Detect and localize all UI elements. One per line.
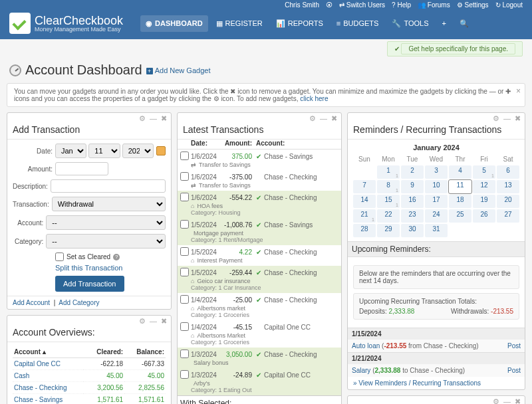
date-month-select[interactable]: Jan — [55, 144, 86, 158]
row-checkbox[interactable] — [180, 350, 189, 358]
calendar-day[interactable]: 22 — [377, 209, 400, 223]
gear-icon[interactable]: ⚙ — [493, 397, 499, 404]
calendar-day[interactable]: 24 — [425, 209, 448, 223]
nav-dashboard[interactable]: ◉DASHBOARD — [140, 15, 208, 32]
check-icon: ✔ — [256, 351, 264, 358]
date-day-select[interactable]: 11 — [88, 144, 120, 158]
row-checkbox[interactable] — [180, 152, 189, 160]
calendar-day[interactable]: 9 — [401, 180, 424, 193]
row-checkbox[interactable] — [180, 247, 189, 256]
add-account-link[interactable]: Add Account — [13, 299, 50, 306]
post-link[interactable]: Post — [507, 367, 521, 374]
calendar-day[interactable]: 8 — [377, 180, 400, 193]
close-icon[interactable]: ✖ — [515, 114, 521, 123]
calendar-day[interactable]: 1 — [377, 165, 400, 179]
account-link[interactable]: Chase - Savings — [14, 396, 63, 403]
reminder-name-link[interactable]: Auto loan — [352, 342, 380, 350]
calendar-day[interactable]: 11 — [449, 180, 471, 193]
calendar-day[interactable]: 4 — [449, 165, 471, 179]
nav-tools[interactable]: 🔧TOOLS — [386, 15, 434, 32]
calendar-day[interactable]: 28 — [353, 224, 376, 237]
reminder-name-link[interactable]: Salary — [352, 367, 370, 374]
calendar-day[interactable]: 15 — [377, 195, 400, 208]
row-checkbox[interactable] — [180, 193, 189, 201]
logout-link[interactable]: ↻ Logout — [495, 1, 523, 9]
settings-link[interactable]: ⚙ Settings — [457, 1, 489, 9]
date-year-select[interactable]: 2024 — [122, 144, 154, 158]
post-link[interactable]: Post — [507, 342, 521, 350]
calendar-day[interactable]: 21 — [353, 209, 376, 223]
account-link[interactable]: Capital One CC — [14, 360, 61, 367]
nav-reports[interactable]: 📊REPORTS — [271, 15, 329, 32]
minimize-icon[interactable]: — — [503, 114, 511, 123]
gear-icon[interactable]: ⚙ — [139, 114, 146, 123]
calendar-day[interactable]: 17 — [425, 195, 448, 208]
account-link[interactable]: Cash — [14, 372, 29, 379]
minimize-icon[interactable]: — — [320, 114, 327, 123]
category-select[interactable]: -- — [46, 234, 166, 249]
transaction-type-select[interactable]: Withdrawal — [52, 197, 166, 211]
amount-input[interactable] — [55, 162, 108, 175]
gear-icon[interactable]: ⚙ — [493, 114, 499, 123]
gear-icon[interactable]: ⚙ — [139, 317, 146, 326]
close-icon[interactable]: ✖ — [331, 114, 337, 123]
calendar-day[interactable]: 29 — [377, 224, 400, 237]
row-checkbox[interactable] — [180, 172, 189, 181]
col-account[interactable]: Account ▴ — [13, 346, 83, 358]
info-close-icon[interactable]: × — [516, 86, 521, 96]
nav-budgets[interactable]: ≡BUDGETS — [331, 15, 384, 32]
calendar-icon[interactable] — [156, 146, 166, 155]
calendar-day[interactable]: 2 — [401, 165, 424, 179]
logo[interactable]: ClearCheckbook Money Management Made Eas… — [9, 13, 123, 34]
calendar-day[interactable]: 30 — [401, 224, 424, 237]
calendar-day[interactable]: 25 — [449, 209, 471, 223]
calendar-day[interactable]: 14 — [353, 195, 376, 208]
calendar-day[interactable]: 10 — [425, 180, 448, 193]
close-icon[interactable]: ✖ — [515, 397, 521, 404]
calendar-day[interactable]: 20 — [497, 195, 519, 208]
calendar-day[interactable]: 18 — [449, 195, 471, 208]
nav-search[interactable]: 🔍 — [454, 15, 474, 32]
row-checkbox[interactable] — [180, 268, 189, 276]
calendar-day[interactable]: 27 — [497, 209, 519, 223]
account-select[interactable]: -- — [46, 215, 166, 230]
add-gadget-link[interactable]: Add New Gadget — [146, 66, 211, 74]
user-name[interactable]: Chris Smith — [285, 1, 319, 9]
minimize-icon[interactable]: — — [150, 317, 157, 326]
minimize-icon[interactable]: — — [150, 114, 157, 123]
set-cleared-checkbox[interactable] — [55, 252, 64, 261]
row-checkbox[interactable] — [180, 370, 189, 379]
help-link[interactable]: ? Help — [392, 1, 411, 9]
view-reminders-link[interactable]: » View Reminders / Recurring Transaction… — [353, 379, 481, 387]
forums-link[interactable]: 👥 Forums — [418, 1, 450, 9]
calendar-day[interactable]: 3 — [425, 165, 448, 179]
nav-register[interactable]: ▦REGISTER — [211, 15, 268, 32]
gear-icon[interactable]: ⚙ — [309, 114, 316, 123]
close-icon[interactable]: ✖ — [161, 317, 167, 326]
row-checkbox[interactable] — [180, 322, 189, 331]
account-link[interactable]: Chase - Checking — [14, 384, 66, 391]
calendar-day[interactable]: 5 — [473, 165, 495, 179]
calendar-day[interactable]: 13 — [497, 180, 519, 193]
page-help-link[interactable]: ✔ Get help specifically for this page. — [387, 41, 523, 56]
description-input[interactable] — [51, 179, 166, 193]
add-category-link[interactable]: Add Category — [59, 299, 99, 306]
row-checkbox[interactable] — [180, 295, 189, 304]
calendar-day[interactable]: 6 — [497, 165, 519, 179]
close-icon[interactable]: ✖ — [161, 114, 167, 123]
calendar-day[interactable]: 12 — [473, 180, 495, 193]
info-link[interactable]: click here — [300, 95, 328, 102]
nav-add[interactable]: + — [437, 15, 452, 32]
calendar-day[interactable]: 26 — [473, 209, 495, 223]
minimize-icon[interactable]: — — [503, 397, 511, 404]
help-icon[interactable]: ? — [113, 254, 120, 260]
split-transaction-link[interactable]: Split this Transaction — [55, 264, 123, 272]
calendar-day[interactable]: 7 — [353, 180, 376, 193]
switch-users-link[interactable]: ⇄ Switch Users — [339, 1, 385, 9]
calendar-day[interactable]: 23 — [401, 209, 424, 223]
row-checkbox[interactable] — [180, 220, 189, 229]
calendar-day[interactable]: 16 — [401, 195, 424, 208]
calendar-day[interactable]: 31 — [425, 224, 448, 237]
calendar-day[interactable]: 19 — [473, 195, 495, 208]
add-transaction-button[interactable]: Add Transaction — [55, 276, 124, 292]
